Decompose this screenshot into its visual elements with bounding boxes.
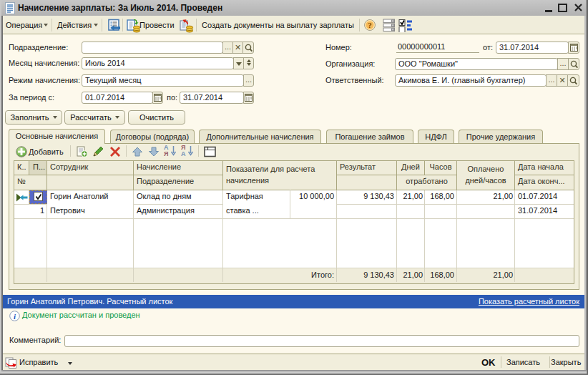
svg-text:?: ? [368,21,372,29]
